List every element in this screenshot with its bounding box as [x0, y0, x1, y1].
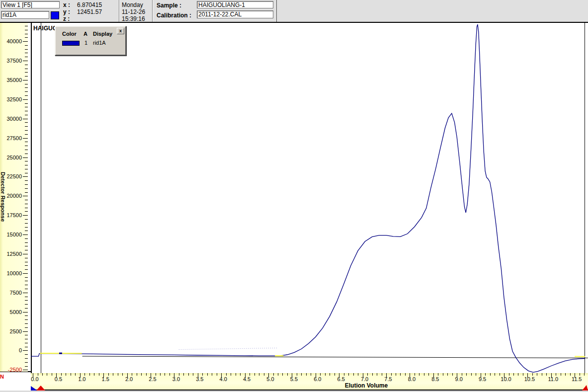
datetime-day: Monday: [122, 1, 143, 8]
blue-ruler-marker[interactable]: [31, 386, 37, 391]
cursor-x-value: 6.870415: [77, 1, 102, 8]
datetime-date: 11-12-26: [122, 8, 145, 15]
legend-trace-name: rid1A: [93, 40, 106, 46]
legend-col-display: Display: [93, 31, 112, 37]
toolbar-divider: [119, 0, 119, 22]
cursor-z-label: z :: [63, 15, 70, 22]
trace-rid1A: [31, 24, 585, 372]
red-ruler-marker-left[interactable]: [36, 386, 45, 391]
top-toolbar: x : 6.870415 y : 12451.57 z : Monday 11-…: [0, 0, 588, 23]
legend-trace-swatch: [62, 41, 80, 46]
legend-trace-number: 1: [84, 40, 87, 46]
integration-baseline: [83, 356, 588, 358]
toolbar-divider: [152, 0, 153, 22]
calibration-input[interactable]: [197, 10, 273, 18]
cursor-x-label: x :: [63, 1, 70, 8]
legend-col-a: A: [84, 31, 87, 37]
cursor-y-value: 12451.57: [77, 8, 102, 15]
dotted-baseline-segment: [179, 348, 277, 349]
trace-color-swatch: [51, 11, 59, 19]
red-ruler-marker-right[interactable]: [582, 385, 588, 391]
app-window: { "toolbar": { "view_selector": { "value…: [0, 0, 588, 392]
sample-input[interactable]: [197, 1, 273, 8]
toolbar-divider: [276, 0, 277, 22]
cursor-y-label: y :: [63, 8, 70, 15]
trace-name-input[interactable]: [1, 11, 49, 19]
legend-window[interactable]: x Color A Display 1 rid1A: [55, 26, 126, 56]
datetime-time: 15:39:16: [122, 15, 145, 22]
legend-col-color: Color: [62, 31, 77, 37]
calibration-label: Calibration :: [157, 12, 191, 19]
sample-label: Sample :: [157, 2, 181, 9]
chromatogram-plot: [0, 0, 588, 392]
close-icon[interactable]: x: [117, 28, 124, 34]
baseline-marker-dot: [59, 353, 62, 354]
view-selector-input[interactable]: [1, 1, 60, 8]
